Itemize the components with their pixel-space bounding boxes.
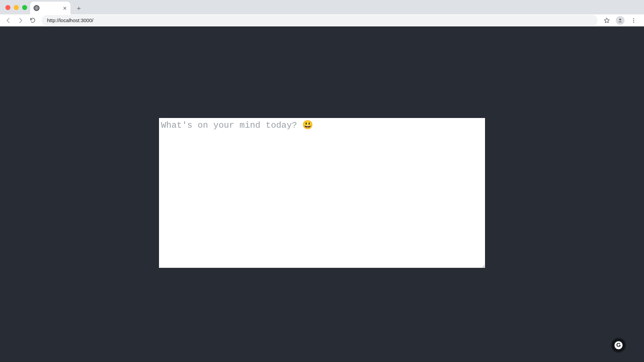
window-minimize-button[interactable]	[14, 5, 19, 10]
svg-point-1	[36, 8, 37, 9]
window-controls	[5, 5, 27, 10]
window-close-button[interactable]	[5, 5, 10, 10]
svg-point-2	[619, 18, 621, 20]
toolbar-right	[602, 15, 641, 25]
back-button[interactable]	[3, 15, 13, 25]
svg-point-4	[633, 20, 634, 21]
page-viewport: G	[0, 26, 644, 362]
avatar-icon	[616, 16, 625, 25]
browser-chrome: ✕ ＋ http://localhost:3000/	[0, 0, 644, 26]
composer-textarea[interactable]	[159, 118, 485, 268]
profile-avatar-button[interactable]	[615, 15, 625, 25]
new-tab-button[interactable]: ＋	[74, 3, 84, 13]
grammarly-g-icon: G	[614, 341, 623, 349]
address-bar[interactable]: http://localhost:3000/	[42, 15, 598, 26]
tab-favicon-icon	[34, 5, 40, 11]
grammarly-widget-button[interactable]: G	[612, 339, 625, 352]
bookmark-star-icon[interactable]	[602, 15, 612, 25]
forward-button[interactable]	[15, 15, 25, 25]
tab-strip: ✕ ＋	[0, 0, 644, 14]
browser-tab[interactable]: ✕	[30, 2, 70, 14]
window-maximize-button[interactable]	[22, 5, 27, 10]
kebab-menu-button[interactable]	[629, 15, 639, 25]
tab-close-button[interactable]: ✕	[63, 6, 67, 11]
svg-point-5	[633, 21, 634, 22]
reload-button[interactable]	[28, 15, 38, 25]
svg-point-3	[633, 18, 634, 19]
browser-toolbar: http://localhost:3000/	[0, 14, 644, 26]
address-bar-url: http://localhost:3000/	[47, 17, 93, 23]
